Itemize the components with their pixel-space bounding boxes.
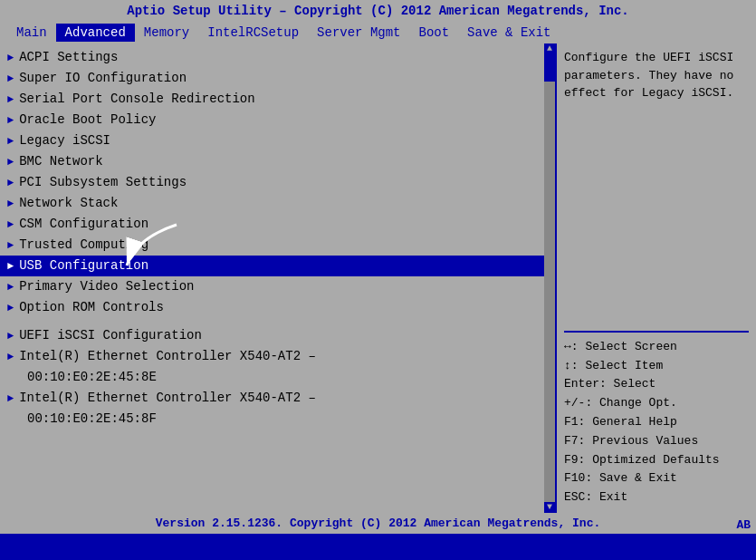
menu-entry[interactable]: ►CSM Configuration [0, 214, 555, 235]
title-bar: Aptio Setup Utility – Copyright (C) 2012… [0, 0, 756, 22]
key-help-line: +/-: Change Opt. [564, 394, 749, 413]
menu-item-main[interactable]: Main [7, 24, 56, 42]
entry-label: Intel(R) Ethernet Controller X540-AT2 – [19, 389, 316, 408]
footer-bar: Version 2.15.1236. Copyright (C) 2012 Am… [0, 513, 756, 534]
menu-entry[interactable]: ►Legacy iSCSI [0, 130, 555, 151]
key-help-line: F7: Previous Values [564, 432, 749, 451]
entry-indent: 00:10:E0:2E:45:8E [27, 368, 157, 387]
menu-entry[interactable]: ►Oracle Boot Policy [0, 110, 555, 130]
main-content: ►ACPI Settings►Super IO Configuration►Se… [0, 43, 756, 513]
scrollbar[interactable]: ▲ ▼ [544, 43, 555, 513]
divider [564, 331, 749, 333]
menu-item-memory[interactable]: Memory [135, 24, 198, 42]
menu-entry[interactable]: ►Option ROM Controls [0, 297, 555, 318]
entry-label: BMC Network [19, 152, 102, 171]
entry-arrow: ► [7, 50, 14, 66]
entry-label: Serial Port Console Redirection [19, 90, 254, 109]
entry-arrow: ► [7, 217, 14, 233]
entry-arrow: ► [7, 71, 14, 87]
menu-entry[interactable]: ►Intel(R) Ethernet Controller X540-AT2 – [0, 388, 555, 409]
entry-arrow: ► [7, 133, 14, 150]
entry-label: Intel(R) Ethernet Controller X540-AT2 – [19, 347, 316, 366]
footer-text: Version 2.15.1236. Copyright (C) 2012 Am… [156, 517, 600, 530]
entry-label: Super IO Configuration [19, 69, 187, 88]
entry-arrow: ► [7, 258, 14, 275]
menu-item-advanced[interactable]: Advanced [56, 24, 135, 42]
entry-label: Legacy iSCSI [19, 131, 110, 150]
key-help-line: F1: General Help [564, 413, 749, 432]
scrollbar-thumb[interactable] [544, 54, 555, 82]
menu-bar: MainAdvancedMemoryIntelRCSetupServer Mgm… [0, 22, 756, 43]
entry-arrow: ► [7, 300, 14, 316]
entry-label: Trusted Computing [19, 236, 148, 255]
section2-list: ►UEFI iSCSI Configuration►Intel(R) Ether… [0, 325, 555, 430]
key-help-line: ↕: Select Item [564, 357, 749, 376]
menu-entry[interactable]: ►Serial Port Console Redirection [0, 89, 555, 110]
ab-badge: AB [736, 518, 751, 532]
menu-entry[interactable]: ►Trusted Computing [0, 235, 555, 256]
key-help: ↔: Select Screen↕: Select ItemEnter: Sel… [564, 338, 749, 507]
entry-arrow: ► [7, 328, 14, 344]
menu-item-boot[interactable]: Boot [410, 24, 459, 42]
menu-entry[interactable]: ►USB Configuration [0, 256, 555, 276]
help-text: Configure the UEFI iSCSI parameters. The… [564, 49, 749, 325]
menu-entry[interactable]: ►ACPI Settings [0, 47, 555, 68]
title-text: Aptio Setup Utility – Copyright (C) 2012… [127, 4, 629, 18]
entry-arrow: ► [7, 92, 14, 108]
entry-arrow: ► [7, 279, 14, 295]
menu-entry[interactable]: 00:10:E0:2E:45:8F [0, 409, 555, 430]
entry-label: PCI Subsystem Settings [19, 173, 187, 192]
entry-label: Primary Video Selection [19, 277, 194, 296]
key-help-line: ↔: Select Screen [564, 338, 749, 357]
left-panel: ►ACPI Settings►Super IO Configuration►Se… [0, 43, 557, 513]
entry-arrow: ► [7, 237, 14, 254]
entry-label: Oracle Boot Policy [19, 111, 156, 130]
entry-label: CSM Configuration [19, 215, 148, 234]
right-panel: Configure the UEFI iSCSI parameters. The… [557, 43, 756, 513]
entry-label: USB Configuration [19, 256, 148, 275]
footer-wrapper: Version 2.15.1236. Copyright (C) 2012 Am… [0, 513, 756, 534]
entry-arrow: ► [7, 175, 14, 191]
menu-entry[interactable]: ►UEFI iSCSI Configuration [0, 325, 555, 346]
entry-arrow: ► [7, 154, 14, 170]
entry-arrow: ► [7, 112, 14, 129]
entry-arrow: ► [7, 196, 14, 212]
menu-entry[interactable]: ►Primary Video Selection [0, 276, 555, 297]
entry-arrow: ► [7, 349, 14, 365]
key-help-line: F9: Optimized Defaults [564, 451, 749, 470]
menu-entry[interactable]: ►Intel(R) Ethernet Controller X540-AT2 – [0, 346, 555, 367]
entry-arrow: ► [7, 391, 14, 407]
entry-indent: 00:10:E0:2E:45:8F [27, 410, 157, 429]
key-help-line: Enter: Select [564, 375, 749, 394]
menu-entry[interactable]: ►BMC Network [0, 151, 555, 172]
entry-label: Network Stack [19, 194, 118, 213]
menu-item-save-&-exit[interactable]: Save & Exit [458, 24, 560, 42]
menu-item-intelrcsetup[interactable]: IntelRCSetup [198, 24, 308, 42]
menu-entry[interactable]: ►Super IO Configuration [0, 68, 555, 89]
entry-label: Option ROM Controls [19, 298, 164, 317]
menu-entry[interactable]: ►Network Stack [0, 193, 555, 214]
menu-item-server-mgmt[interactable]: Server Mgmt [308, 24, 409, 42]
key-help-line: F10: Save & Exit [564, 469, 749, 488]
entry-label: UEFI iSCSI Configuration [19, 326, 202, 345]
entries-list: ►ACPI Settings►Super IO Configuration►Se… [0, 47, 555, 318]
menu-entry[interactable]: ►PCI Subsystem Settings [0, 172, 555, 193]
entry-label: ACPI Settings [19, 48, 118, 67]
key-help-line: ESC: Exit [564, 488, 749, 507]
menu-entry[interactable]: 00:10:E0:2E:45:8E [0, 367, 555, 388]
